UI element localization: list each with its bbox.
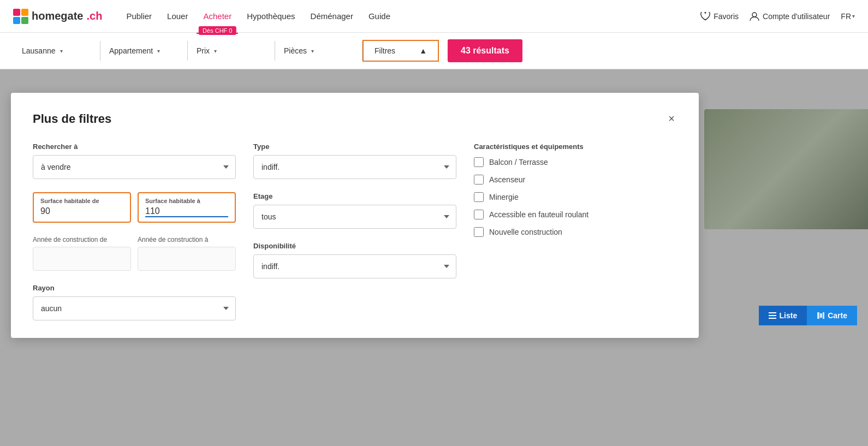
surface-range-row: Surface habitable de Surface habitable à bbox=[33, 192, 236, 223]
checkbox-list: Balcon / Terrasse Ascenseur Minergie Acc… bbox=[474, 157, 677, 237]
checkbox-ascenseur-label: Ascenseur bbox=[489, 175, 525, 184]
list-icon bbox=[769, 312, 776, 319]
svg-rect-5 bbox=[769, 312, 776, 313]
etage-section: Etage tous Rez-de-chaussée 1er étage bbox=[253, 192, 456, 229]
rooms-dropdown[interactable]: Pièces ▾ bbox=[275, 41, 362, 61]
etage-select[interactable]: tous Rez-de-chaussée 1er étage bbox=[253, 205, 456, 229]
surface-de-field: Surface habitable de bbox=[33, 192, 131, 223]
annee-de-field: Année de construction de bbox=[33, 236, 131, 271]
svg-point-4 bbox=[752, 13, 757, 17]
filters-chevron-up: ▲ bbox=[419, 46, 427, 55]
nav-acheter[interactable]: Acheter Dès CHF 0 bbox=[197, 8, 238, 24]
logo[interactable]: homegate.ch bbox=[13, 9, 102, 24]
nav-right: Favoris Compte d'utilisateur FR ▾ bbox=[700, 11, 855, 21]
heart-icon bbox=[700, 12, 710, 21]
price-dropdown[interactable]: Prix ▾ bbox=[188, 41, 275, 61]
map-view-button[interactable]: Carte bbox=[807, 306, 857, 325]
list-view-button[interactable]: Liste bbox=[759, 306, 807, 325]
rechercher-select[interactable]: à vendre à louer bbox=[33, 155, 236, 179]
disponibilite-section: Disponibilité indiff. Immédiatement Par … bbox=[253, 242, 456, 278]
disponibilite-select[interactable]: indiff. Immédiatement Par accord bbox=[253, 254, 456, 278]
annee-row: Année de construction de Année de constr… bbox=[33, 236, 236, 271]
price-chevron: ▾ bbox=[214, 48, 217, 54]
search-bar: Lausanne ▾ Appartement ▾ Prix ▾ Pièces ▾… bbox=[0, 33, 868, 69]
annee-a-label: Année de construction à bbox=[138, 236, 236, 243]
modal-col-1: Rechercher à à vendre à louer Surface ha… bbox=[33, 142, 236, 320]
surface-a-input[interactable] bbox=[145, 206, 228, 217]
svg-rect-3 bbox=[21, 17, 28, 24]
rechercher-section: Rechercher à à vendre à louer bbox=[33, 142, 236, 179]
favoris-label: Favoris bbox=[714, 12, 739, 21]
checkbox-ascenseur[interactable]: Ascenseur bbox=[474, 175, 677, 185]
checkbox-fauteuil-input[interactable] bbox=[474, 210, 484, 219]
annee-a-input[interactable] bbox=[138, 247, 236, 271]
rooms-label: Pièces bbox=[284, 46, 307, 55]
annee-de-input[interactable] bbox=[33, 247, 131, 271]
brand-name: homegate bbox=[32, 10, 83, 22]
annee-section: Année de construction de Année de constr… bbox=[33, 236, 236, 271]
rooms-chevron: ▾ bbox=[311, 48, 314, 54]
badge-deschf: Dès CHF 0 bbox=[199, 26, 236, 35]
location-dropdown[interactable]: Lausanne ▾ bbox=[13, 41, 100, 61]
results-button[interactable]: 43 résultats bbox=[448, 39, 522, 62]
svg-rect-2 bbox=[13, 17, 20, 24]
type-label: Appartement bbox=[109, 46, 153, 55]
type-chevron: ▾ bbox=[157, 48, 160, 54]
rayon-section: Rayon aucun 5 km 10 km 20 km bbox=[33, 284, 236, 320]
lang-selector[interactable]: FR ▾ bbox=[841, 12, 855, 21]
nav-links: Publier Louer Acheter Dès CHF 0 Hypothèq… bbox=[120, 8, 683, 24]
location-chevron: ▾ bbox=[60, 48, 63, 54]
disponibilite-label: Disponibilité bbox=[253, 242, 456, 250]
checkbox-minergie[interactable]: Minergie bbox=[474, 192, 677, 202]
view-buttons: Liste Carte bbox=[759, 306, 857, 325]
caracteristiques-label: Caractéristiques et équipements bbox=[474, 142, 677, 151]
checkbox-nouvelle-input[interactable] bbox=[474, 227, 484, 237]
type-section: Type indiff. Maison Appartement bbox=[253, 142, 456, 179]
svg-rect-7 bbox=[769, 318, 776, 319]
surface-de-label: Surface habitable de bbox=[40, 198, 123, 204]
svg-rect-8 bbox=[817, 312, 819, 319]
checkbox-nouvelle[interactable]: Nouvelle construction bbox=[474, 227, 677, 237]
navbar: homegate.ch Publier Louer Acheter Dès CH… bbox=[0, 0, 868, 33]
modal-header: Plus de filtres × bbox=[33, 110, 677, 127]
type-dropdown[interactable]: Appartement ▾ bbox=[100, 41, 188, 61]
surface-de-input[interactable] bbox=[40, 206, 123, 216]
nav-publier[interactable]: Publier bbox=[120, 8, 158, 24]
svg-rect-9 bbox=[820, 313, 822, 318]
page-wrapper: homegate.ch Publier Louer Acheter Dès CH… bbox=[0, 0, 868, 446]
checkbox-minergie-label: Minergie bbox=[489, 193, 519, 201]
rayon-label: Rayon bbox=[33, 284, 236, 292]
checkbox-minergie-input[interactable] bbox=[474, 192, 484, 202]
favoris-btn[interactable]: Favoris bbox=[700, 12, 739, 21]
nav-hypotheques[interactable]: Hypothèques bbox=[240, 8, 301, 24]
filters-button[interactable]: Filtres ▲ bbox=[362, 40, 439, 62]
rayon-select[interactable]: aucun 5 km 10 km 20 km bbox=[33, 296, 236, 320]
svg-rect-10 bbox=[823, 312, 824, 319]
annee-a-field: Année de construction à bbox=[138, 236, 236, 271]
lang-chevron: ▾ bbox=[852, 13, 855, 19]
svg-rect-6 bbox=[769, 315, 776, 316]
modal-col-3: Caractéristiques et équipements Balcon /… bbox=[474, 142, 677, 320]
compte-btn[interactable]: Compte d'utilisateur bbox=[750, 11, 830, 21]
map-label: Carte bbox=[828, 311, 847, 320]
nav-louer[interactable]: Louer bbox=[160, 8, 194, 24]
checkbox-ascenseur-input[interactable] bbox=[474, 175, 484, 185]
location-label: Lausanne bbox=[22, 46, 56, 55]
checkbox-balcon[interactable]: Balcon / Terrasse bbox=[474, 157, 677, 167]
nav-acheter-label: Acheter bbox=[203, 11, 231, 21]
compte-label: Compte d'utilisateur bbox=[763, 12, 830, 21]
nav-guide[interactable]: Guide bbox=[362, 8, 397, 24]
close-button[interactable]: × bbox=[666, 110, 677, 127]
checkbox-balcon-input[interactable] bbox=[474, 157, 484, 167]
filters-label: Filtres bbox=[374, 46, 395, 55]
type-select[interactable]: indiff. Maison Appartement bbox=[253, 155, 456, 179]
checkbox-balcon-label: Balcon / Terrasse bbox=[489, 158, 548, 166]
etage-label: Etage bbox=[253, 192, 456, 200]
checkbox-fauteuil-label: Accessible en fauteuil roulant bbox=[489, 210, 588, 219]
checkbox-fauteuil[interactable]: Accessible en fauteuil roulant bbox=[474, 210, 677, 219]
svg-rect-0 bbox=[13, 9, 20, 16]
modal-grid: Rechercher à à vendre à louer Surface ha… bbox=[33, 142, 677, 320]
nav-demenager[interactable]: Déménager bbox=[304, 8, 360, 24]
price-label: Prix bbox=[197, 46, 210, 55]
brand-tld: .ch bbox=[86, 10, 102, 22]
